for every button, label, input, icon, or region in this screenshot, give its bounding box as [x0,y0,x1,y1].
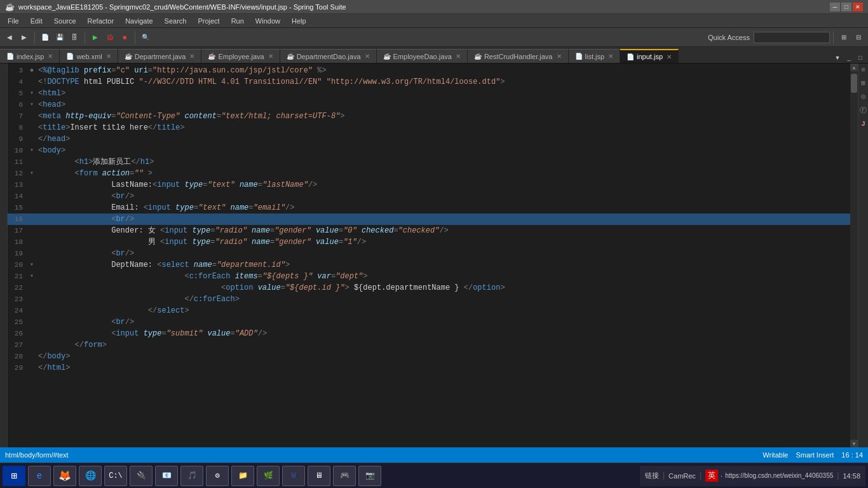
minimize-view-button[interactable]: _ [844,53,854,63]
view-button[interactable]: ⊟ [851,30,865,44]
fold-20[interactable]: ▾ [28,259,36,271]
menu-source[interactable]: Source [49,16,81,26]
tab-list-button[interactable]: ▼ [832,53,843,63]
taskbar: ⊞ e 🦊 🌐 C:\ 🔌 📧 🎵 ⚙ 📁 🌿 W 🖥 🎮 📷 链接 | Cam… [0,463,868,488]
tab-input-jsp[interactable]: 📄 input.jsp ✕ [620,49,679,63]
menu-search[interactable]: Search [159,16,192,26]
tab-close-list[interactable]: ✕ [608,53,613,60]
taskbar-network[interactable]: 🔌 [130,466,153,486]
tab-close-dept[interactable]: ✕ [189,53,194,60]
fold-3[interactable]: ◆ [28,65,36,76]
tray-time: 14:58 [843,472,860,480]
maximize-button[interactable]: □ [841,3,851,11]
maximize-view-button[interactable]: □ [855,53,865,63]
quick-access-input[interactable] [754,32,830,43]
status-writable: Writable [763,451,788,459]
tab-restcrud-java[interactable]: ☕ RestCrudHandler.java ✕ [468,49,569,63]
taskbar-sts[interactable]: 🌿 [257,466,280,486]
menu-window[interactable]: Window [250,16,285,26]
menu-project[interactable]: Project [193,16,224,26]
stop-button[interactable]: ■ [118,30,132,44]
fold-12[interactable]: ▾ [28,168,36,179]
save-all-button[interactable]: 🗄 [67,30,81,44]
code-line-4: 4 <!DOCTYPE html PUBLIC "-//W3C//DTD HTM… [8,76,858,88]
tab-close-input[interactable]: ✕ [667,53,672,60]
perspective-button[interactable]: ⊞ [837,30,851,44]
scroll-down-arrow[interactable]: ▼ [850,440,858,447]
tab-close-restcrud[interactable]: ✕ [557,53,562,60]
tab-web-xml[interactable]: 📄 web.xml ✕ [60,49,118,63]
taskbar-app6[interactable]: 🎵 [180,466,203,486]
vertical-scrollbar[interactable]: ▲ ▼ [850,64,858,447]
sidebar-icon-5[interactable]: J [861,120,865,128]
back-button[interactable]: ◀ [3,30,17,44]
tab-deptdao-java[interactable]: ☕ DepartmentDao.java ✕ [280,49,377,63]
ime-button[interactable]: 英 [705,470,718,482]
tab-close-deptdao[interactable]: ✕ [365,53,370,60]
tab-label-index: index.jsp [17,53,44,60]
tab-label-input: input.jsp [637,53,663,60]
line-content-23: </c:forEach> [36,294,858,305]
code-line-15: 15 Email: <input type="text" name="email… [8,202,858,214]
tab-department-java[interactable]: ☕ Department.java ✕ [118,49,202,63]
tab-label-restcrud: RestCrudHandler.java [484,53,553,60]
new-button[interactable]: 📄 [38,30,52,44]
taskbar-cmd[interactable]: C:\ [104,466,127,486]
forward-button[interactable]: ▶ [17,30,31,44]
taskbar-app11[interactable]: 🎮 [333,466,356,486]
fold-5[interactable]: ▾ [28,88,36,99]
sidebar-icon-4[interactable]: Ⓕ [860,105,867,115]
scroll-track[interactable] [850,71,858,440]
save-button[interactable]: 💾 [53,30,67,44]
menu-navigate[interactable]: Navigate [120,16,158,26]
run-button[interactable]: ▶ [88,30,102,44]
status-left: html/body/form/#text [5,451,69,459]
menu-help[interactable]: Help [287,16,311,26]
sidebar-icon-2[interactable]: ⊞ [861,79,865,87]
tab-close-index[interactable]: ✕ [48,53,53,60]
tab-icon-list: 📄 [575,53,583,60]
code-line-7: 7 <meta http-equiv="Content-Type" conten… [8,111,858,122]
taskbar-browser3[interactable]: 🌐 [79,466,102,486]
taskbar-app12[interactable]: 📷 [358,466,381,486]
tab-close-emp[interactable]: ✕ [268,53,273,60]
tab-close-empdao[interactable]: ✕ [456,53,461,60]
code-editor[interactable]: 3 ◆ <%@taglib prefix="c" uri="http://jav… [8,64,858,447]
code-line-19: 19 <br/> [8,248,858,259]
menu-file[interactable]: File [3,16,24,26]
code-line-6: 6 ▾ <head> [8,99,858,111]
menu-run[interactable]: Run [226,16,249,26]
taskbar-app8[interactable]: 📁 [231,466,254,486]
tab-close-web[interactable]: ✕ [106,53,111,60]
tab-list-jsp[interactable]: 📄 list.jsp ✕ [569,49,621,63]
taskbar-browser2[interactable]: 🦊 [53,466,76,486]
scroll-up-arrow[interactable]: ▲ [850,64,858,71]
tab-empdao-java[interactable]: ☕ EmployeeDao.java ✕ [377,49,468,63]
fold-6[interactable]: ▾ [28,99,36,111]
fold-10[interactable]: ▾ [28,145,36,156]
editor-container[interactable]: 3 ◆ <%@taglib prefix="c" uri="http://jav… [8,64,858,447]
fold-21[interactable]: ▾ [28,271,36,282]
close-button[interactable]: ✕ [853,3,863,11]
taskbar-app10[interactable]: 🖥 [308,466,330,486]
menu-edit[interactable]: Edit [25,16,48,26]
start-button[interactable]: ⊞ [3,466,25,486]
right-sidebar: ≡ ⊞ ◎ Ⓕ J [858,64,868,447]
tray-separator: | [661,471,666,480]
menu-refactor[interactable]: Refactor [83,16,119,26]
tab-index-jsp[interactable]: 📄 index.jsp ✕ [0,49,60,63]
scroll-thumb[interactable] [851,74,857,93]
minimize-button[interactable]: ─ [830,3,840,11]
taskbar-app7[interactable]: ⚙ [206,466,229,486]
debug-button[interactable]: 🐞 [103,30,117,44]
code-line-14: 14 <br/> [8,191,858,202]
sidebar-icon-1[interactable]: ≡ [861,66,865,74]
tab-label-deptdao: DepartmentDao.java [297,53,361,60]
sidebar-icon-3[interactable]: ◎ [861,92,865,100]
taskbar-word[interactable]: W [282,466,305,486]
search-button[interactable]: 🔍 [139,30,153,44]
taskbar-ie[interactable]: e [28,466,51,486]
tray-link: 链接 [645,471,659,480]
tab-employee-java[interactable]: ☕ Employee.java ✕ [201,49,280,63]
taskbar-app5[interactable]: 📧 [155,466,178,486]
